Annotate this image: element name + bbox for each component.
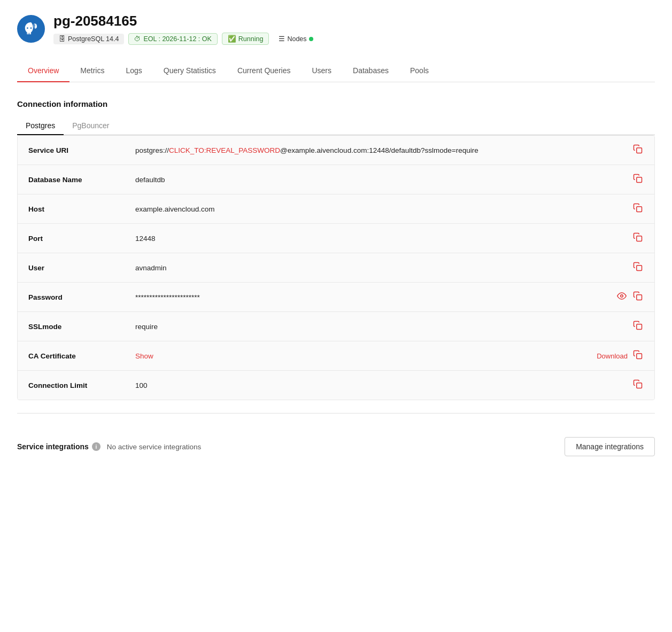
copy-button-host[interactable] <box>632 202 644 216</box>
row-actions-sslmode <box>632 319 644 333</box>
tab-pools[interactable]: Pools <box>399 60 439 82</box>
field-label-db-name: Database Name <box>28 176 135 184</box>
row-actions-connection-limit <box>632 378 644 392</box>
info-table: Service URI postgres://CLICK_TO:REVEAL_P… <box>17 135 655 400</box>
field-label-host: Host <box>28 205 135 213</box>
svg-rect-10 <box>637 383 642 388</box>
nodes-badge: ☰ Nodes <box>273 33 318 44</box>
field-value-db-name: defaultdb <box>135 176 632 184</box>
row-actions-user <box>632 261 644 275</box>
download-ca-cert-link[interactable]: Download <box>597 352 628 360</box>
conn-tab-pgbouncer[interactable]: PgBouncer <box>64 117 118 135</box>
field-value-port: 12448 <box>135 235 632 243</box>
field-label-user: User <box>28 264 135 272</box>
row-actions-service-uri <box>632 143 644 157</box>
field-label-sslmode: SSLmode <box>28 323 135 331</box>
field-value-host: example.aivencloud.com <box>135 205 632 213</box>
db-version-badge: 🗄 PostgreSQL 14.4 <box>53 34 124 44</box>
table-row: Database Name defaultdb <box>18 165 654 194</box>
eol-badge: ⏱ EOL : 2026-11-12 : OK <box>128 33 217 45</box>
check-icon: ✅ <box>228 35 236 43</box>
clock-icon: ⏱ <box>134 35 141 43</box>
show-ca-cert-link[interactable]: Show <box>135 352 153 360</box>
section-title: Connection information <box>17 99 655 108</box>
nav-tabs: Overview Metrics Logs Query Statistics C… <box>17 60 655 82</box>
conn-tab-postgres[interactable]: Postgres <box>17 117 64 135</box>
elephant-icon <box>23 21 39 37</box>
field-value-ca-cert: Show <box>135 352 597 360</box>
nodes-status-dot <box>309 37 313 41</box>
table-row: Connection Limit 100 <box>18 371 654 400</box>
tab-overview[interactable]: Overview <box>17 60 69 82</box>
field-label-service-uri: Service URI <box>28 146 135 154</box>
field-label-password: Password <box>28 293 135 301</box>
copy-button-sslmode[interactable] <box>632 319 644 333</box>
manage-integrations-button[interactable]: Manage integrations <box>565 437 655 456</box>
section-divider <box>17 413 655 413</box>
svg-rect-5 <box>637 266 642 271</box>
row-actions-port <box>632 231 644 245</box>
row-actions-host <box>632 202 644 216</box>
svg-rect-8 <box>637 324 642 330</box>
service-integrations-section: Service integrations i No active service… <box>17 426 655 467</box>
tab-query-statistics[interactable]: Query Statistics <box>153 60 227 82</box>
running-badge: ✅ Running <box>222 33 269 45</box>
field-value-password: *********************** <box>135 293 616 301</box>
field-value-sslmode: require <box>135 323 632 331</box>
service-uri-prefix: postgres:// <box>135 146 169 154</box>
field-label-ca-cert: CA Certificate <box>28 352 135 360</box>
field-value-user: avnadmin <box>135 264 632 272</box>
integrations-text: No active service integrations <box>107 443 558 451</box>
tab-current-queries[interactable]: Current Queries <box>227 60 302 82</box>
svg-rect-2 <box>637 177 642 183</box>
service-uri-suffix: @example.aivencloud.com:12448/defaultdb?… <box>280 146 478 154</box>
field-label-connection-limit: Connection Limit <box>28 381 135 389</box>
table-row: User avnadmin <box>18 253 654 283</box>
row-actions-ca-cert: Download <box>597 349 644 363</box>
header-info: pg-20584165 🗄 PostgreSQL 14.4 ⏱ EOL : 20… <box>53 13 319 45</box>
integrations-info-icon[interactable]: i <box>92 442 101 451</box>
copy-button-connection-limit[interactable] <box>632 378 644 392</box>
svg-rect-7 <box>637 295 642 300</box>
service-uri-password-link[interactable]: CLICK_TO:REVEAL_PASSWORD <box>169 146 280 154</box>
tab-metrics[interactable]: Metrics <box>69 60 115 82</box>
copy-button-ca-cert[interactable] <box>632 349 644 363</box>
integrations-label: Service integrations i <box>17 442 101 451</box>
tab-databases[interactable]: Databases <box>342 60 399 82</box>
table-row: Host example.aivencloud.com <box>18 194 654 224</box>
service-logo <box>17 15 45 43</box>
db-icon: 🗄 <box>59 35 66 43</box>
service-title: pg-20584165 <box>53 13 319 29</box>
copy-button-user[interactable] <box>632 261 644 275</box>
service-header: pg-20584165 🗄 PostgreSQL 14.4 ⏱ EOL : 20… <box>17 13 655 45</box>
reveal-password-button[interactable] <box>616 290 628 304</box>
copy-button-password[interactable] <box>632 290 644 304</box>
tab-users[interactable]: Users <box>301 60 342 82</box>
row-actions-password <box>616 290 644 304</box>
row-actions-db-name <box>632 173 644 186</box>
svg-point-6 <box>621 295 623 298</box>
table-row: Port 12448 <box>18 224 654 253</box>
tab-logs[interactable]: Logs <box>115 60 152 82</box>
svg-rect-9 <box>637 354 642 359</box>
svg-rect-1 <box>637 148 642 153</box>
connection-info-section: Connection information Postgres PgBounce… <box>17 99 655 400</box>
field-value-connection-limit: 100 <box>135 381 632 389</box>
svg-rect-4 <box>637 236 642 241</box>
badges-row: 🗄 PostgreSQL 14.4 ⏱ EOL : 2026-11-12 : O… <box>53 33 319 45</box>
copy-button-db-name[interactable] <box>632 173 644 186</box>
table-row: Service URI postgres://CLICK_TO:REVEAL_P… <box>18 136 654 165</box>
copy-button-port[interactable] <box>632 231 644 245</box>
field-label-port: Port <box>28 235 135 243</box>
field-value-service-uri: postgres://CLICK_TO:REVEAL_PASSWORD@exam… <box>135 146 632 154</box>
svg-rect-3 <box>637 207 642 212</box>
nodes-icon: ☰ <box>279 35 285 43</box>
table-row: Password *********************** <box>18 283 654 312</box>
connection-tabs: Postgres PgBouncer <box>17 117 655 135</box>
table-row: SSLmode require <box>18 312 654 341</box>
copy-button-service-uri[interactable] <box>632 143 644 157</box>
table-row: CA Certificate Show Download <box>18 341 654 371</box>
